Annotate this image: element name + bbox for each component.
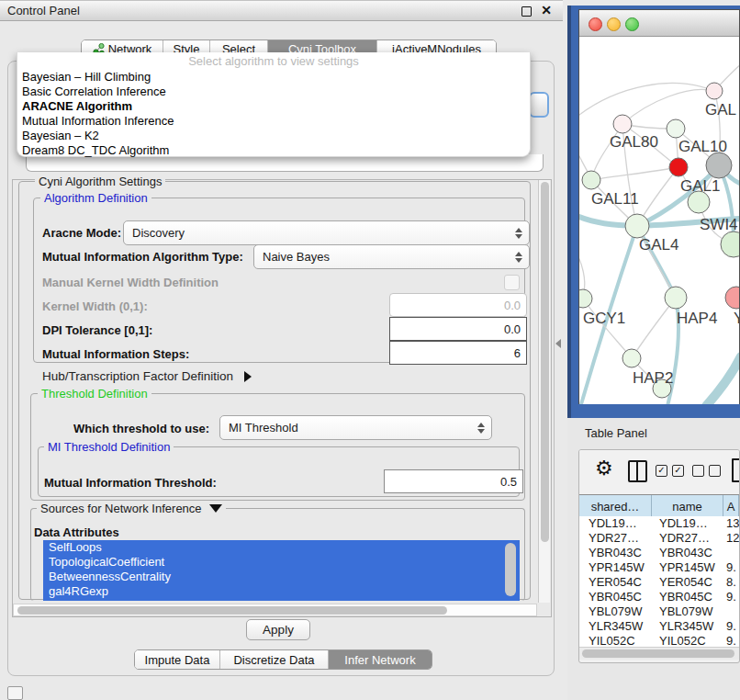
- table-body: YDL19…YDL19…13YDR27…YDR27…12YBR043CYBR04…: [579, 516, 739, 647]
- control-panel-titlebar: Control Panel ✕: [0, 0, 563, 21]
- sources-title-text: Sources for Network Inference: [40, 502, 202, 515]
- table-row[interactable]: YER054CYER054C8.: [579, 575, 739, 590]
- node-gal4[interactable]: [625, 214, 649, 238]
- table-cell: YBR045C: [651, 590, 722, 604]
- algorithm-option[interactable]: ARACNE Algorithm: [17, 99, 530, 114]
- node-label: GAL10: [678, 138, 727, 156]
- column-header-name[interactable]: name: [652, 495, 723, 517]
- network-edge[interactable]: [591, 167, 678, 180]
- horizontal-scrollbar[interactable]: [13, 604, 537, 616]
- attribute-list-item[interactable]: SelfLoops: [43, 540, 520, 555]
- algorithm-option[interactable]: Bayesian – Hill Climbing: [17, 70, 530, 85]
- node-label: HAP4: [677, 310, 717, 328]
- network-window-titlebar[interactable]: [579, 10, 739, 37]
- table-row[interactable]: YBR045CYBR045C9.: [579, 590, 739, 604]
- hub-definition-toggle[interactable]: Hub/Transcription Factor Definition: [42, 369, 252, 383]
- kernel-width-input[interactable]: 0.0: [389, 293, 527, 317]
- attribute-list-item[interactable]: TopologicalCoefficient: [43, 555, 520, 570]
- hub-definition-label: Hub/Transcription Factor Definition: [42, 369, 233, 383]
- tab-infer-network[interactable]: Infer Network: [328, 650, 432, 669]
- document-icon[interactable]: [732, 458, 740, 482]
- sources-group-title[interactable]: Sources for Network Inference: [37, 502, 226, 514]
- dpi-tolerance-input[interactable]: 0.0: [389, 317, 527, 341]
- manual-kernel-checkbox[interactable]: [504, 275, 520, 290]
- network-edge[interactable]: [579, 84, 714, 115]
- node-label: GAL80: [610, 133, 658, 152]
- table-row[interactable]: YDR27…YDR27…12: [579, 531, 739, 546]
- checked-checkbox-icon: ✓: [672, 465, 684, 477]
- apply-button[interactable]: Apply: [246, 619, 310, 640]
- node-salmon[interactable]: [725, 287, 739, 309]
- which-threshold-value: MI Threshold: [229, 421, 298, 435]
- node-hap4[interactable]: [665, 287, 687, 309]
- zoom-window-icon[interactable]: [625, 17, 639, 31]
- algorithm-dropdown[interactable]: Select algorithm to view settings Bayesi…: [17, 52, 531, 157]
- table-header-row: shared… name A: [579, 494, 739, 518]
- apply-button-label: Apply: [263, 623, 294, 637]
- node-red[interactable]: [669, 158, 688, 176]
- dpi-tolerance-value: 0.0: [504, 322, 521, 336]
- collapsed-arrow-icon: [244, 371, 252, 382]
- attribute-list-item[interactable]: gal4RGexp: [43, 584, 520, 599]
- node-label: Y: [734, 310, 739, 328]
- algorithm-option[interactable]: Bayesian – K2: [17, 129, 530, 143]
- minimize-window-icon[interactable]: [607, 17, 621, 31]
- node-gal11[interactable]: [582, 171, 600, 189]
- algorithm-option[interactable]: Dream8 DC_TDC Algorithm: [17, 143, 530, 158]
- aracne-mode-combo[interactable]: Discovery: [123, 220, 530, 245]
- close-window-icon[interactable]: [589, 17, 602, 31]
- table-horizontal-scrollbar-thumb[interactable]: [582, 649, 734, 658]
- horizontal-scrollbar-thumb[interactable]: [17, 606, 447, 615]
- float-panel-icon[interactable]: [521, 6, 532, 17]
- attribute-list-item[interactable]: BetweennessCentrality: [43, 570, 520, 584]
- mit-input[interactable]: 0.5: [384, 469, 523, 493]
- gear-icon[interactable]: ⚙: [595, 457, 613, 480]
- algorithm-option[interactable]: Mutual Information Inference: [17, 114, 530, 129]
- tab-discretize-data[interactable]: Discretize Data: [219, 650, 328, 669]
- node-label: SWI4: [700, 216, 738, 234]
- column-header-partial[interactable]: A: [723, 495, 739, 517]
- split-pane-collapse-icon[interactable]: [555, 339, 561, 348]
- node-gray[interactable]: [706, 152, 732, 178]
- deselect-all-columns-icon[interactable]: [692, 465, 721, 477]
- mi-steps-input[interactable]: 6: [389, 341, 527, 365]
- data-attributes-list[interactable]: SelfLoopsTopologicalCoefficientBetweenne…: [43, 540, 520, 601]
- table-row[interactable]: YIL052CYIL052C9.: [579, 634, 739, 647]
- stepper-icon: [515, 252, 522, 263]
- network-edge[interactable]: [583, 299, 632, 358]
- stepper-icon: [477, 423, 485, 434]
- table-row[interactable]: YBR043CYBR043C: [579, 546, 739, 560]
- network-canvas[interactable]: GALGAL80GAL10GAL1GAL11SWI4GAL4GCY1HAP4YH…: [579, 37, 739, 404]
- close-panel-icon[interactable]: ✕: [541, 3, 552, 17]
- table-horizontal-scrollbar[interactable]: [579, 647, 739, 660]
- node-gal10[interactable]: [667, 119, 685, 138]
- node-gal80[interactable]: [613, 115, 632, 133]
- table-cell: YLR345W: [651, 619, 722, 634]
- select-all-columns-icon[interactable]: ✓ ✓: [656, 465, 684, 477]
- algorithm-definition-title: Algorithm Definition: [40, 192, 151, 204]
- table-row[interactable]: YPR145WYPR145W9.: [579, 560, 739, 575]
- attribute-list-scrollbar-thumb[interactable]: [505, 543, 516, 596]
- table-row[interactable]: YLR345WYLR345W9.: [579, 619, 739, 634]
- network-edge[interactable]: [622, 89, 714, 124]
- table-cell: YBR043C: [579, 546, 651, 560]
- vertical-scrollbar[interactable]: [538, 180, 550, 603]
- table-cell: YDL19…: [579, 516, 651, 531]
- table-cell: YBL079W: [579, 604, 651, 619]
- algorithm-option[interactable]: Basic Correlation Inference: [17, 85, 530, 99]
- mi-type-combo[interactable]: Naive Bayes: [253, 244, 530, 269]
- column-header-shared-name[interactable]: shared…: [579, 495, 652, 517]
- table-cell: 12: [722, 531, 739, 546]
- network-edge[interactable]: [706, 356, 739, 404]
- node-gal-top[interactable]: [706, 83, 723, 99]
- which-threshold-combo[interactable]: MI Threshold: [219, 415, 492, 440]
- tab-impute-data[interactable]: Impute Data: [135, 650, 219, 669]
- node-gcy1[interactable]: [579, 289, 592, 308]
- node-swi4[interactable]: [721, 231, 739, 257]
- table-row[interactable]: YBL079WYBL079W: [579, 604, 739, 619]
- split-columns-icon[interactable]: [628, 460, 647, 482]
- vertical-scrollbar-thumb[interactable]: [541, 182, 549, 542]
- node-hap2[interactable]: [622, 349, 641, 367]
- minimized-panel-icon[interactable]: [7, 686, 23, 700]
- table-row[interactable]: YDL19…YDL19…13: [579, 516, 739, 531]
